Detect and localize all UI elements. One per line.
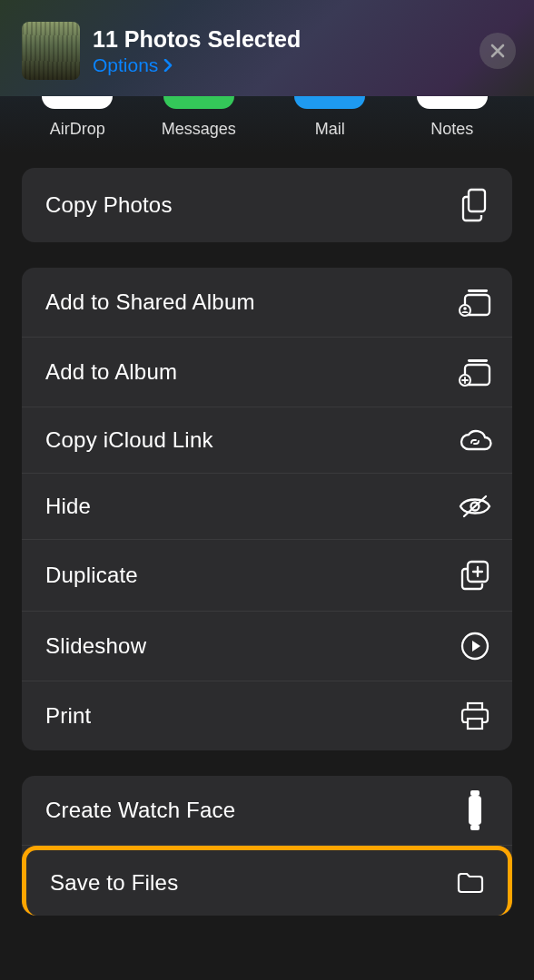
header-text-group: 11 Photos Selected Options [93, 26, 480, 76]
share-sheet-header: 11 Photos Selected Options [0, 0, 534, 96]
close-icon [490, 43, 506, 59]
chevron-right-icon [163, 59, 173, 72]
row-slideshow[interactable]: Slideshow [22, 612, 512, 681]
row-duplicate[interactable]: Duplicate [22, 540, 512, 612]
app-label: Notes [393, 120, 510, 139]
action-section: Create Watch Face Save to Files [22, 776, 512, 916]
row-label: Duplicate [45, 563, 138, 588]
notes-icon [417, 96, 488, 109]
row-label: Copy iCloud Link [45, 427, 213, 453]
row-label: Save to Files [50, 870, 178, 896]
app-label: AirDrop [24, 120, 132, 139]
options-label: Options [93, 54, 158, 76]
messages-icon [163, 96, 234, 109]
row-print[interactable]: Print [22, 681, 512, 750]
folder-icon [453, 871, 488, 895]
selection-thumbnail [22, 22, 80, 80]
row-label: Copy Photos [45, 192, 173, 218]
icloud-link-icon [458, 427, 492, 453]
row-add-shared-album[interactable]: Add to Shared Album [22, 268, 512, 338]
action-section: Add to Shared Album Add to Album Copy iC… [22, 268, 512, 750]
svg-point-3 [460, 305, 470, 316]
svg-rect-5 [468, 359, 488, 362]
watch-icon [458, 796, 492, 825]
play-icon [458, 632, 492, 661]
action-section: Copy Photos [22, 168, 512, 242]
mail-icon [294, 96, 365, 109]
row-label: Create Watch Face [45, 798, 235, 823]
options-button[interactable]: Options [93, 54, 480, 76]
svg-rect-13 [468, 719, 482, 729]
svg-rect-0 [469, 190, 485, 211]
add-album-icon [458, 358, 492, 387]
app-label: Messages [132, 120, 266, 139]
app-messages[interactable]: Messages [132, 96, 266, 139]
app-notes[interactable]: Notes [393, 96, 510, 139]
row-copy-icloud[interactable]: Copy iCloud Link [22, 407, 512, 474]
app-label: Mail [266, 120, 393, 139]
row-hide[interactable]: Hide [22, 474, 512, 540]
row-label: Print [45, 703, 91, 729]
app-mail[interactable]: Mail [266, 96, 393, 139]
svg-rect-1 [468, 289, 488, 292]
row-label: Add to Shared Album [45, 289, 255, 315]
shared-album-icon [458, 288, 492, 317]
row-copy-photos[interactable]: Copy Photos [22, 168, 512, 242]
selection-title: 11 Photos Selected [93, 26, 480, 53]
row-label: Slideshow [45, 633, 146, 659]
airdrop-icon [42, 96, 113, 109]
row-add-album[interactable]: Add to Album [22, 338, 512, 407]
row-create-watch-face[interactable]: Create Watch Face [22, 776, 512, 846]
copy-icon [458, 188, 492, 222]
row-label: Add to Album [45, 359, 177, 385]
printer-icon [458, 701, 492, 730]
share-apps-row: AirDrop Messages Mail Notes [0, 96, 534, 159]
duplicate-icon [458, 560, 492, 591]
row-save-to-files[interactable]: Save to Files [22, 846, 512, 916]
close-button[interactable] [480, 33, 516, 69]
svg-point-4 [463, 307, 467, 310]
app-airdrop[interactable]: AirDrop [24, 96, 132, 139]
row-label: Hide [45, 494, 91, 519]
hide-icon [458, 494, 492, 519]
